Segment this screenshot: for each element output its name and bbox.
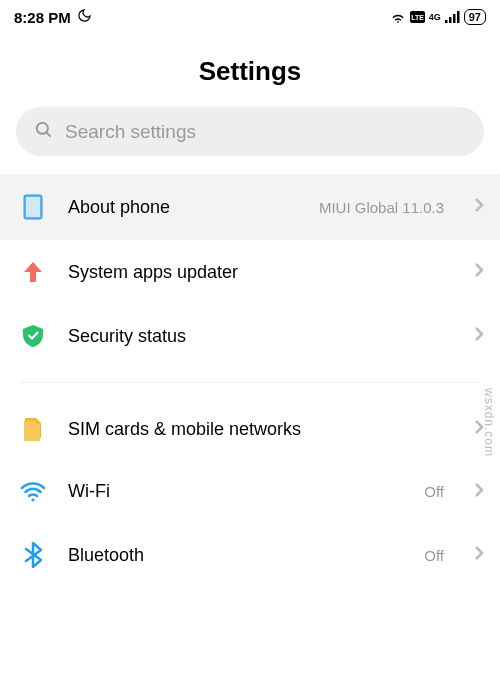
wifi-item[interactable]: Wi-Fi Off	[0, 461, 500, 522]
bluetooth-label: Bluetooth	[68, 545, 402, 566]
status-bar: 8:28 PM LTE 4G 97	[0, 0, 500, 30]
bluetooth-item[interactable]: Bluetooth Off	[0, 522, 500, 588]
wifi-status-icon	[390, 9, 406, 26]
wifi-icon	[20, 482, 46, 502]
sim-networks-item[interactable]: SIM cards & mobile networks	[0, 397, 500, 461]
settings-list: About phone MIUI Global 11.0.3 System ap…	[0, 174, 500, 588]
sim-networks-label: SIM cards & mobile networks	[68, 419, 452, 440]
divider	[20, 382, 480, 383]
about-phone-label: About phone	[68, 197, 297, 218]
svg-text:LTE: LTE	[411, 14, 424, 21]
volte-icon: LTE	[410, 9, 425, 26]
watermark: wsxdn.com	[482, 388, 496, 457]
battery-icon: 97	[464, 9, 486, 25]
bluetooth-value: Off	[424, 547, 444, 564]
security-status-item[interactable]: Security status	[0, 304, 500, 368]
svg-rect-4	[453, 14, 456, 23]
about-phone-value: MIUI Global 11.0.3	[319, 199, 444, 216]
svg-rect-3	[449, 17, 452, 23]
svg-rect-9	[26, 197, 40, 217]
shield-check-icon	[20, 324, 46, 348]
chevron-right-icon	[474, 197, 484, 217]
search-placeholder: Search settings	[65, 121, 196, 143]
chevron-right-icon	[474, 482, 484, 502]
svg-rect-2	[445, 20, 448, 23]
system-updater-label: System apps updater	[68, 262, 452, 283]
about-phone-item[interactable]: About phone MIUI Global 11.0.3	[0, 174, 500, 240]
security-status-label: Security status	[68, 326, 452, 347]
chevron-right-icon	[474, 262, 484, 282]
system-updater-item[interactable]: System apps updater	[0, 240, 500, 304]
status-left: 8:28 PM	[14, 8, 92, 26]
update-arrow-icon	[20, 260, 46, 284]
svg-point-6	[37, 123, 48, 134]
page-title: Settings	[0, 30, 500, 107]
search-icon	[34, 120, 53, 143]
signal-icon	[445, 9, 460, 26]
chevron-right-icon	[474, 545, 484, 565]
phone-icon	[20, 194, 46, 220]
status-right: LTE 4G 97	[390, 9, 486, 26]
chevron-right-icon	[474, 326, 484, 346]
bluetooth-icon	[20, 542, 46, 568]
network-4g-icon: 4G	[429, 13, 441, 22]
sim-card-icon	[20, 417, 46, 441]
svg-point-10	[31, 498, 34, 501]
svg-rect-5	[457, 11, 460, 23]
search-input[interactable]: Search settings	[16, 107, 484, 156]
moon-icon	[77, 8, 92, 26]
wifi-value: Off	[424, 483, 444, 500]
svg-line-7	[47, 133, 51, 137]
status-time: 8:28 PM	[14, 9, 71, 26]
wifi-label: Wi-Fi	[68, 481, 402, 502]
